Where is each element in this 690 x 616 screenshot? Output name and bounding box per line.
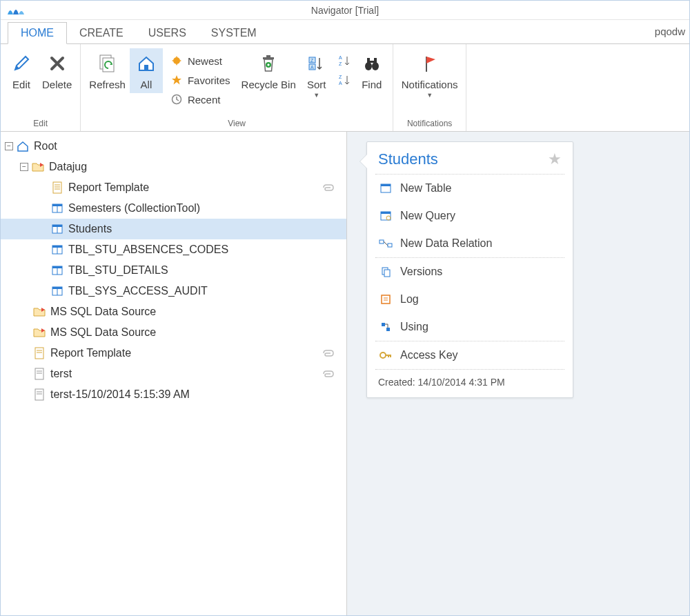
tree-label: MS SQL Data Source (50, 306, 156, 318)
svg-rect-2 (144, 65, 148, 70)
svg-rect-50 (381, 184, 391, 186)
svg-rect-18 (367, 58, 370, 63)
favorites-filter[interactable]: Favorites (168, 70, 232, 90)
tree-row[interactable]: TBL_STU_DETAILS (1, 260, 346, 281)
key-icon (378, 348, 393, 362)
ribbon-group-view: Refresh All Newest Favorites Recent (81, 44, 393, 131)
detail-pane: Students ★ New Table New Query New Data … (347, 132, 689, 616)
svg-rect-54 (379, 240, 384, 244)
home-icon (137, 51, 156, 76)
svg-text:Z: Z (339, 74, 342, 79)
dropdown-arrow-icon: ▼ (313, 92, 319, 99)
report-icon (50, 181, 64, 195)
svg-rect-52 (381, 212, 391, 214)
folder-icon (31, 160, 45, 174)
tree-row-students[interactable]: Students (1, 219, 346, 239)
tree-label: Root (34, 140, 57, 152)
svg-rect-55 (388, 244, 392, 247)
new-table-action[interactable]: New Table (367, 175, 573, 202)
filter-list: Newest Favorites Recent (163, 48, 237, 112)
tree-row-datajug[interactable]: − Datajug (1, 157, 346, 177)
ribbon-group-label-view: View (81, 117, 392, 131)
relation-icon (378, 237, 393, 250)
card-title: Students (378, 150, 438, 168)
find-button[interactable]: Find (355, 48, 388, 93)
pencil-icon (12, 51, 31, 76)
svg-rect-21 (53, 182, 61, 193)
table-icon (50, 201, 64, 215)
attachment-icon (322, 183, 334, 192)
using-action[interactable]: Using (367, 313, 573, 341)
tab-system[interactable]: SYSTEM (199, 23, 269, 43)
svg-text:Z: Z (339, 61, 342, 66)
tree-row[interactable]: MS SQL Data Source (1, 301, 346, 322)
tree-row[interactable]: terst-15/10/2014 5:15:39 AM (1, 384, 346, 405)
username-label: pqodw (655, 26, 685, 37)
home-icon (16, 139, 30, 153)
versions-action[interactable]: Versions (367, 258, 573, 286)
sort-button[interactable]: ZA Sort ▼ (300, 48, 333, 101)
app-logo-icon (6, 5, 26, 16)
window-title: Navigator [Trial] (311, 5, 379, 16)
tree-row[interactable]: Report Template (1, 177, 346, 198)
tree-row[interactable]: TBL_SYS_ACCESS_AUDIT (1, 281, 346, 301)
svg-rect-62 (386, 328, 390, 331)
navigator-tree: − Root − Datajug Report Template Semeste… (1, 132, 347, 616)
all-button[interactable]: All (130, 48, 163, 93)
folder-icon (32, 305, 46, 319)
notifications-button[interactable]: Notifications ▼ (397, 48, 462, 101)
sort-icon: ZA (307, 51, 326, 76)
new-query-action[interactable]: New Query (367, 202, 573, 230)
query-icon (378, 209, 393, 223)
main-tabs: HOME CREATE USERS SYSTEM pqodw (1, 20, 689, 43)
newest-icon (170, 54, 184, 68)
binoculars-icon (362, 51, 382, 76)
svg-text:Z: Z (310, 58, 314, 63)
titlebar: Navigator [Trial] (1, 1, 689, 20)
tab-users[interactable]: USERS (136, 23, 199, 43)
tree-label: Report Template (68, 181, 149, 194)
card-created-label: Created: 14/10/2014 4:31 PM (367, 370, 573, 397)
svg-text:A: A (310, 65, 314, 70)
log-action[interactable]: Log (367, 286, 573, 313)
report-icon (32, 346, 46, 360)
delete-button[interactable]: Delete (38, 48, 76, 93)
svg-rect-40 (35, 348, 43, 359)
tree-label: TBL_SYS_ACCESS_AUDIT (68, 285, 208, 297)
svg-rect-57 (384, 270, 390, 277)
tab-home[interactable]: HOME (8, 22, 67, 44)
flag-icon (420, 51, 440, 76)
tree-label: Students (68, 223, 112, 235)
table-icon (50, 243, 64, 257)
tree-label: terst-15/10/2014 5:15:39 AM (50, 388, 190, 401)
table-icon (50, 222, 64, 236)
tree-row[interactable]: TBL_STU_ABSENCES_CODES (1, 239, 346, 260)
table-icon (50, 264, 64, 277)
tree-label: MS SQL Data Source (50, 326, 156, 339)
collapse-icon[interactable]: − (20, 163, 28, 171)
new-relation-action[interactable]: New Data Relation (367, 230, 573, 257)
access-key-action[interactable]: Access Key (367, 341, 573, 369)
sort-asc-button[interactable]: AZ (336, 52, 353, 69)
tree-row[interactable]: Semesters (CollectionTool) (1, 198, 346, 219)
sort-desc-button[interactable]: ZA (336, 72, 353, 88)
tree-row[interactable]: MS SQL Data Source (1, 322, 346, 343)
attachment-icon (322, 348, 334, 358)
tree-row[interactable]: terst (1, 364, 346, 384)
tree-row-root[interactable]: − Root (1, 136, 346, 157)
ribbon: Edit Delete Edit Refresh All Newest (1, 43, 689, 132)
table-icon (50, 284, 64, 298)
log-icon (378, 292, 393, 306)
edit-button[interactable]: Edit (5, 48, 38, 93)
tree-label: terst (50, 368, 72, 380)
refresh-button[interactable]: Refresh (85, 48, 130, 93)
svg-rect-61 (382, 323, 385, 326)
recycle-bin-button[interactable]: Recycle Bin (237, 48, 300, 93)
newest-filter[interactable]: Newest (168, 51, 232, 70)
tree-label: Report Template (50, 347, 131, 359)
tree-row[interactable]: Report Template (1, 343, 346, 364)
recent-filter[interactable]: Recent (168, 90, 232, 109)
favorite-star-button[interactable]: ★ (548, 150, 562, 168)
tab-create[interactable]: CREATE (67, 23, 136, 43)
collapse-icon[interactable]: − (5, 142, 13, 150)
